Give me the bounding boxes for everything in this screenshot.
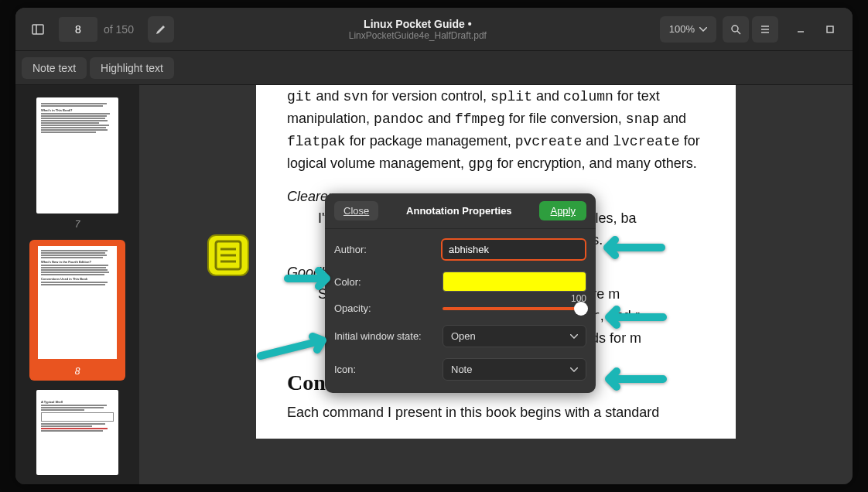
color-label: Color: <box>334 276 443 288</box>
annotation-toolbar: Note text Highlight text <box>15 51 853 85</box>
chevron-down-icon <box>570 367 578 372</box>
body-text: Each command I present in this book begi… <box>287 401 705 423</box>
svg-rect-8 <box>827 26 833 32</box>
window-state-select[interactable]: Open <box>443 325 586 347</box>
menu-button[interactable] <box>752 16 778 43</box>
author-input[interactable] <box>441 238 586 261</box>
title-center: Linux Pocket Guide • LinxPocketGuide4e_H… <box>176 18 660 41</box>
app-window: of 150 Linux Pocket Guide • LinxPocketGu… <box>15 8 853 484</box>
slider-thumb[interactable] <box>574 302 588 316</box>
annotate-button[interactable] <box>148 16 174 43</box>
maximize-button[interactable] <box>817 16 843 43</box>
search-button[interactable] <box>723 16 749 43</box>
icon-select[interactable]: Note <box>443 358 586 381</box>
color-picker[interactable] <box>443 272 586 292</box>
window-state-label: Initial window state: <box>334 330 443 342</box>
thumbnail-7[interactable]: What's in This Book? 7 <box>15 93 139 235</box>
annotation-properties-dialog: Close Annotation Properties Apply Author… <box>325 193 596 393</box>
code: git <box>287 89 312 104</box>
svg-point-2 <box>732 26 738 32</box>
note-text-button[interactable]: Note text <box>22 57 87 79</box>
document-filename: LinxPocketGuide4e_HalfDraft.pdf <box>176 30 660 41</box>
close-button[interactable]: Close <box>334 201 378 220</box>
zoom-dropdown[interactable]: 100% <box>660 16 716 43</box>
thumbnail-9-partial[interactable]: A Typical Shell <box>15 385 139 483</box>
sidebar-toggle-button[interactable] <box>25 16 51 43</box>
dialog-title: Annotation Properties <box>378 205 539 217</box>
apply-button[interactable]: Apply <box>539 201 586 220</box>
opacity-slider[interactable]: 100 <box>443 307 586 310</box>
note-annotation-icon[interactable] <box>205 232 251 278</box>
thumbnail-sidebar[interactable]: What's in This Book? 7 What's New in the… <box>15 85 139 484</box>
thumb-label: 7 <box>75 219 80 230</box>
page-total-label: of 150 <box>104 23 134 36</box>
document-title: Linux Pocket Guide • <box>176 18 660 30</box>
chevron-down-icon <box>570 334 578 339</box>
thumb-label: 8 <box>75 366 80 377</box>
svg-rect-0 <box>32 25 43 34</box>
page-number-input[interactable] <box>59 17 97 42</box>
author-label: Author: <box>334 244 441 255</box>
opacity-label: Opacity: <box>334 302 443 314</box>
highlight-text-button[interactable]: Highlight text <box>90 57 174 79</box>
minimize-button[interactable] <box>788 16 814 43</box>
svg-line-3 <box>737 31 740 34</box>
dialog-header: Close Annotation Properties Apply <box>325 193 596 229</box>
zoom-value: 100% <box>669 23 695 35</box>
icon-label: Icon: <box>334 364 443 375</box>
titlebar: of 150 Linux Pocket Guide • LinxPocketGu… <box>15 8 853 51</box>
thumbnail-8[interactable]: What's New in the Fourth Edition? Conven… <box>29 240 125 381</box>
